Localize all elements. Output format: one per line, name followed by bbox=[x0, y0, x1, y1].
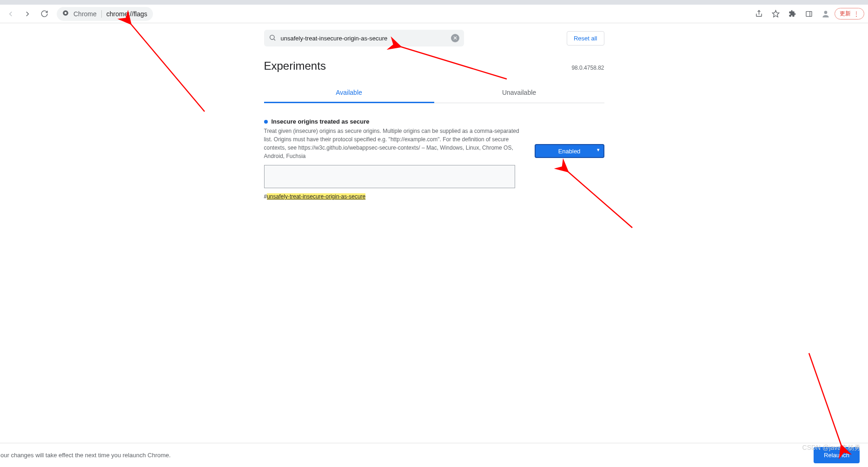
svg-rect-4 bbox=[806, 11, 812, 16]
relaunch-button[interactable]: Relaunch bbox=[814, 447, 860, 463]
flag-hash[interactable]: #unsafely-treat-insecure-origin-as-secur… bbox=[264, 193, 526, 200]
chrome-icon bbox=[62, 10, 69, 18]
tab-available[interactable]: Available bbox=[264, 83, 434, 103]
browser-toolbar: Chrome chrome://flags 更新 ⋮ bbox=[0, 5, 868, 23]
svg-line-8 bbox=[274, 39, 275, 40]
chrome-version: 98.0.4758.82 bbox=[571, 65, 604, 71]
page-title: Experiments bbox=[264, 59, 326, 72]
share-icon[interactable] bbox=[751, 6, 767, 22]
flags-search-box[interactable]: ✕ bbox=[264, 30, 464, 46]
tab-strip bbox=[0, 0, 868, 5]
address-bar[interactable]: Chrome chrome://flags bbox=[57, 7, 153, 21]
update-label: 更新 bbox=[840, 10, 851, 18]
flag-entry: Insecure origins treated as secure Treat… bbox=[264, 118, 604, 200]
reset-all-button[interactable]: Reset all bbox=[567, 31, 604, 46]
clear-search-icon[interactable]: ✕ bbox=[451, 34, 459, 42]
flag-description: Treat given (insecure) origins as secure… bbox=[264, 127, 526, 160]
flag-hash-highlight: unsafely-treat-insecure-origin-as-secure bbox=[267, 193, 365, 200]
address-separator bbox=[101, 10, 102, 18]
relaunch-message: our changes will take effect the next ti… bbox=[0, 452, 171, 459]
menu-dots-icon: ⋮ bbox=[854, 11, 859, 17]
flags-tabs: Available Unavailable bbox=[264, 83, 604, 103]
modified-indicator-icon bbox=[264, 120, 268, 124]
search-icon bbox=[269, 34, 276, 43]
address-url: chrome://flags bbox=[106, 10, 147, 18]
flag-state-select[interactable]: Enabled bbox=[535, 144, 604, 158]
flag-title: Insecure origins treated as secure bbox=[272, 118, 370, 125]
svg-marker-3 bbox=[772, 10, 779, 17]
page-content: ✕ Reset all Experiments 98.0.4758.82 Ava… bbox=[0, 23, 868, 443]
svg-point-7 bbox=[270, 35, 274, 39]
extensions-icon[interactable] bbox=[784, 6, 800, 22]
relaunch-bar: our changes will take effect the next ti… bbox=[0, 443, 868, 467]
tab-unavailable[interactable]: Unavailable bbox=[434, 83, 604, 103]
address-scheme: Chrome bbox=[73, 10, 97, 18]
back-button[interactable] bbox=[3, 6, 19, 22]
flag-origins-textarea[interactable] bbox=[264, 165, 515, 188]
svg-point-1 bbox=[65, 12, 67, 14]
update-button[interactable]: 更新 ⋮ bbox=[835, 8, 864, 20]
sidepanel-icon[interactable] bbox=[801, 6, 817, 22]
forward-button[interactable] bbox=[20, 6, 35, 22]
flags-search-input[interactable] bbox=[281, 35, 446, 42]
svg-point-6 bbox=[824, 11, 828, 14]
reload-button[interactable] bbox=[36, 6, 52, 22]
profile-icon[interactable] bbox=[818, 6, 834, 22]
toolbar-right: 更新 ⋮ bbox=[751, 6, 864, 22]
bookmark-star-icon[interactable] bbox=[768, 6, 783, 22]
flag-select-wrap: Enabled bbox=[535, 118, 604, 158]
